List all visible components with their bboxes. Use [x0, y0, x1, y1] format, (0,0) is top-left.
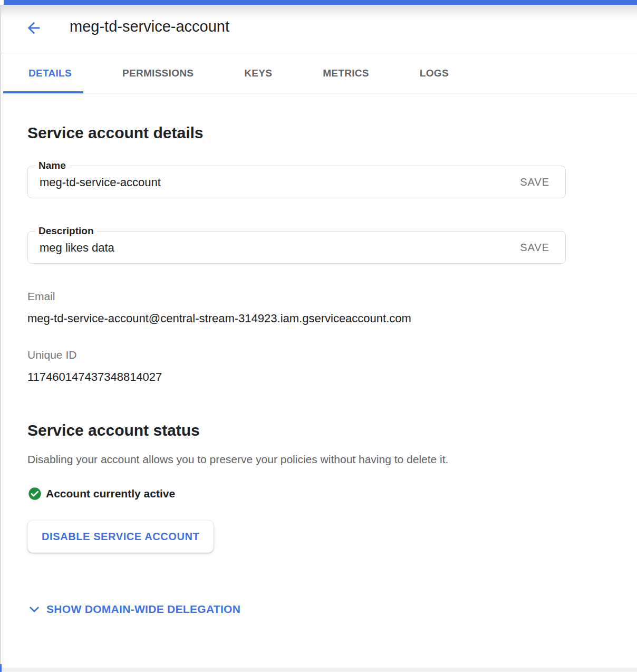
name-field-container: Name SAVE	[27, 166, 566, 198]
main-content: Service account details Name SAVE Descri…	[1, 94, 637, 668]
header-shadow	[1, 5, 637, 18]
unique-id-block: Unique ID 117460147437348814027	[27, 349, 637, 384]
name-save-button[interactable]: SAVE	[513, 166, 557, 198]
unique-id-value: 117460147437348814027	[27, 370, 637, 384]
description-save-button[interactable]: SAVE	[513, 232, 557, 263]
bottom-left-accent	[0, 664, 2, 672]
disable-service-account-button[interactable]: DISABLE SERVICE ACCOUNT	[27, 520, 214, 553]
chevron-down-icon	[27, 602, 41, 616]
status-active-label: Account currently active	[46, 487, 175, 500]
arrow-back-icon	[25, 19, 43, 37]
status-description: Disabling your account allows you to pre…	[27, 453, 637, 466]
name-input[interactable]	[38, 167, 452, 198]
tab-bar: DETAILS PERMISSIONS KEYS METRICS LOGS	[1, 53, 637, 93]
bottom-scroll-strip	[0, 668, 637, 672]
tab-logs[interactable]: LOGS	[394, 53, 474, 93]
tab-keys[interactable]: KEYS	[219, 53, 297, 93]
unique-id-label: Unique ID	[27, 349, 637, 361]
description-input[interactable]	[38, 232, 452, 264]
tab-metrics[interactable]: METRICS	[297, 53, 394, 93]
description-field-container: Description SAVE	[27, 231, 566, 264]
status-section-title: Service account status	[27, 421, 637, 440]
email-label: Email	[27, 290, 637, 303]
domain-wide-delegation-toggle[interactable]: SHOW DOMAIN-WIDE DELEGATION	[27, 602, 240, 616]
top-accent-bar	[4, 0, 637, 5]
status-row: Account currently active	[27, 486, 637, 501]
tab-details[interactable]: DETAILS	[3, 53, 97, 93]
email-value: meg-td-service-account@central-stream-31…	[27, 312, 637, 325]
details-section-title: Service account details	[27, 123, 637, 142]
tab-permissions[interactable]: PERMISSIONS	[97, 53, 219, 93]
page-title: meg-td-service-account	[70, 18, 229, 35]
domain-wide-delegation-label: SHOW DOMAIN-WIDE DELEGATION	[46, 603, 240, 616]
check-circle-icon	[27, 486, 42, 501]
header: meg-td-service-account	[1, 5, 637, 53]
email-block: Email meg-td-service-account@central-str…	[27, 290, 637, 325]
back-button[interactable]	[24, 18, 43, 37]
